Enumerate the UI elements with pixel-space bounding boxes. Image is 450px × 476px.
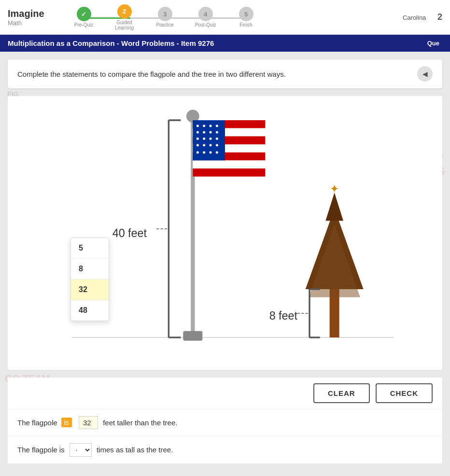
- subtitle-bar: Multiplication as a Comparison - Word Pr…: [0, 35, 450, 52]
- user-area: Carolina 2: [403, 12, 442, 22]
- step-label-5: Finish: [239, 22, 253, 28]
- svg-point-14: [210, 125, 212, 127]
- main-content: SPIRIT FIGW GO TEAM GOFIGW Complete the …: [0, 52, 450, 471]
- answer1-highlight: is: [61, 418, 72, 427]
- que-badge: Que: [424, 39, 442, 48]
- app-title: Imagine: [8, 8, 44, 19]
- svg-point-26: [210, 144, 212, 146]
- step-label-4: Post-Quiz: [195, 22, 216, 28]
- step-circle-4: 4: [198, 7, 213, 21]
- svg-marker-40: [325, 193, 343, 221]
- dropdown-option-5[interactable]: 5: [71, 238, 109, 259]
- step-practice: 3 Practice: [145, 7, 185, 28]
- header: Imagine Math ✓ Pre-Quiz 2 GuidedLearning…: [0, 0, 450, 35]
- svg-point-30: [210, 151, 212, 154]
- answer-row-1: The flagpole is 32 feet taller than the …: [8, 409, 442, 436]
- progress-steps: ✓ Pre-Quiz 2 GuidedLearning 3 Practice 4…: [64, 4, 267, 30]
- step-pre-quiz: ✓ Pre-Quiz: [64, 7, 104, 28]
- svg-rect-10: [193, 168, 265, 177]
- svg-rect-9: [193, 160, 265, 168]
- logo-area: Imagine Math: [8, 8, 44, 27]
- step-circle-3: 3: [158, 7, 172, 21]
- illustration-container: 40 feet ✦ 8 feet: [8, 96, 442, 370]
- user-name: Carolina: [403, 14, 426, 21]
- svg-point-13: [203, 125, 205, 127]
- answer1-prefix: The flagpole: [17, 419, 57, 427]
- dropdown-panel[interactable]: 5 8 32 48: [70, 238, 109, 321]
- svg-point-21: [203, 138, 205, 140]
- svg-point-19: [216, 131, 218, 133]
- dropdown-option-32[interactable]: 32: [71, 280, 109, 300]
- svg-point-15: [216, 125, 218, 127]
- svg-point-18: [210, 131, 212, 133]
- step-circle-1: ✓: [77, 7, 91, 21]
- answer1-suffix: feet taller than the tree.: [103, 419, 177, 427]
- clear-button[interactable]: CLEAR: [313, 383, 370, 403]
- audio-button[interactable]: ◀: [417, 66, 433, 82]
- question-card: Complete the statements to compare the f…: [8, 59, 442, 88]
- svg-point-24: [197, 144, 199, 146]
- svg-rect-3: [183, 331, 202, 341]
- svg-point-29: [203, 151, 205, 154]
- answer-row-2: The flagpole is · 5 8 times as tall as t…: [8, 436, 442, 463]
- step-guided: 2 GuidedLearning: [104, 4, 145, 30]
- answer1-input[interactable]: 32: [79, 416, 98, 429]
- svg-text:✦: ✦: [330, 182, 339, 195]
- svg-point-23: [216, 138, 218, 140]
- dropdown-option-48[interactable]: 48: [71, 300, 109, 321]
- answer2-select[interactable]: · 5 8: [70, 443, 92, 457]
- page-number: 2: [437, 12, 442, 22]
- svg-point-16: [197, 131, 199, 133]
- svg-point-27: [216, 144, 218, 146]
- answer2-prefix: The flagpole is: [17, 446, 65, 454]
- step-label-3: Practice: [156, 22, 174, 28]
- svg-point-28: [197, 151, 199, 154]
- buttons-row: CLEAR CHECK: [8, 378, 442, 409]
- svg-point-22: [210, 138, 212, 140]
- step-label-1: Pre-Quiz: [74, 22, 93, 28]
- answer2-suffix: times as tall as the tree.: [97, 446, 173, 454]
- step-finish: 5 Finish: [226, 7, 267, 28]
- check-button[interactable]: CHECK: [376, 383, 433, 403]
- svg-point-25: [203, 144, 205, 146]
- question-text: Complete the statements to compare the f…: [17, 70, 286, 78]
- svg-text:40 feet: 40 feet: [112, 227, 147, 239]
- step-circle-2: 2: [117, 4, 132, 19]
- step-label-2: GuidedLearning: [115, 20, 134, 30]
- subtitle-text: Multiplication as a Comparison - Word Pr…: [8, 39, 214, 47]
- app-subtitle: Math: [8, 19, 44, 27]
- svg-point-31: [216, 151, 218, 154]
- svg-point-12: [197, 125, 199, 127]
- svg-point-20: [197, 138, 199, 140]
- scene-svg: 40 feet ✦ 8 feet: [8, 96, 442, 370]
- svg-text:8 feet: 8 feet: [269, 309, 298, 322]
- step-post-quiz: 4 Post-Quiz: [185, 7, 226, 28]
- svg-point-17: [203, 131, 205, 133]
- step-circle-5: 5: [239, 7, 253, 21]
- dropdown-option-8[interactable]: 8: [71, 259, 109, 280]
